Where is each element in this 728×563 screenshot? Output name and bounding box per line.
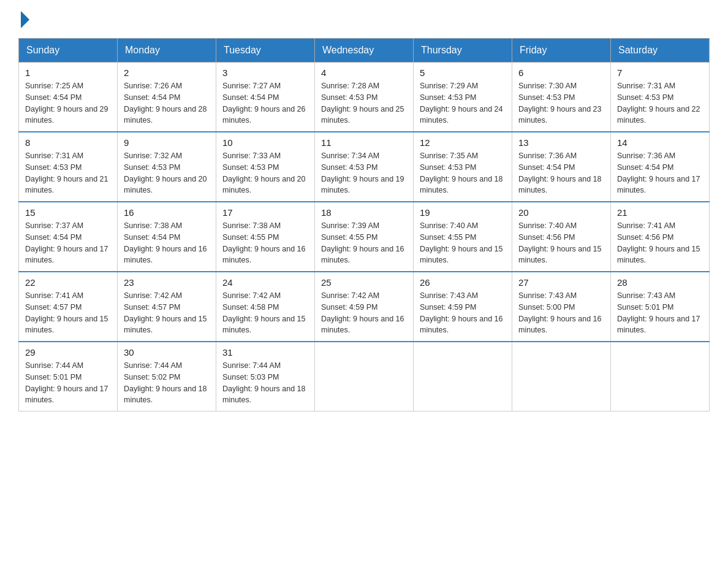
weekday-header-friday: Friday	[512, 39, 611, 63]
calendar-cell	[414, 342, 512, 412]
day-number: 13	[518, 137, 604, 148]
day-number: 30	[124, 347, 210, 358]
calendar-cell: 23 Sunrise: 7:42 AM Sunset: 4:57 PM Dayl…	[118, 272, 216, 342]
day-info: Sunrise: 7:34 AM Sunset: 4:53 PM Dayligh…	[321, 150, 407, 196]
calendar-cell: 12 Sunrise: 7:35 AM Sunset: 4:53 PM Dayl…	[414, 132, 512, 202]
day-info: Sunrise: 7:33 AM Sunset: 4:53 PM Dayligh…	[222, 150, 308, 196]
calendar-cell: 28 Sunrise: 7:43 AM Sunset: 5:01 PM Dayl…	[611, 272, 710, 342]
day-info: Sunrise: 7:40 AM Sunset: 4:56 PM Dayligh…	[518, 220, 604, 266]
calendar-cell: 29 Sunrise: 7:44 AM Sunset: 5:01 PM Dayl…	[19, 342, 118, 412]
calendar-week-row: 1 Sunrise: 7:25 AM Sunset: 4:54 PM Dayli…	[19, 63, 710, 132]
day-number: 8	[25, 137, 111, 148]
day-number: 28	[617, 277, 703, 288]
calendar-cell: 16 Sunrise: 7:38 AM Sunset: 4:54 PM Dayl…	[118, 202, 216, 272]
day-info: Sunrise: 7:38 AM Sunset: 4:55 PM Dayligh…	[222, 220, 308, 266]
day-info: Sunrise: 7:37 AM Sunset: 4:54 PM Dayligh…	[25, 220, 111, 266]
calendar-cell	[512, 342, 611, 412]
page-header	[18, 12, 710, 28]
day-info: Sunrise: 7:36 AM Sunset: 4:54 PM Dayligh…	[617, 150, 703, 196]
calendar-cell: 26 Sunrise: 7:43 AM Sunset: 4:59 PM Dayl…	[414, 272, 512, 342]
day-info: Sunrise: 7:42 AM Sunset: 4:58 PM Dayligh…	[222, 290, 308, 336]
day-number: 3	[222, 67, 308, 78]
weekday-header-saturday: Saturday	[611, 39, 710, 63]
day-info: Sunrise: 7:31 AM Sunset: 4:53 PM Dayligh…	[617, 80, 703, 126]
calendar-cell: 22 Sunrise: 7:41 AM Sunset: 4:57 PM Dayl…	[19, 272, 118, 342]
weekday-header-monday: Monday	[118, 39, 216, 63]
calendar-cell: 2 Sunrise: 7:26 AM Sunset: 4:54 PM Dayli…	[118, 63, 216, 132]
day-info: Sunrise: 7:40 AM Sunset: 4:55 PM Dayligh…	[420, 220, 506, 266]
calendar-cell: 6 Sunrise: 7:30 AM Sunset: 4:53 PM Dayli…	[512, 63, 611, 132]
day-number: 27	[518, 277, 604, 288]
day-number: 24	[222, 277, 308, 288]
day-info: Sunrise: 7:36 AM Sunset: 4:54 PM Dayligh…	[518, 150, 604, 196]
day-number: 16	[124, 207, 210, 218]
day-number: 26	[420, 277, 506, 288]
day-number: 6	[518, 67, 604, 78]
calendar-cell: 1 Sunrise: 7:25 AM Sunset: 4:54 PM Dayli…	[19, 63, 118, 132]
day-info: Sunrise: 7:26 AM Sunset: 4:54 PM Dayligh…	[124, 80, 210, 126]
calendar-cell: 11 Sunrise: 7:34 AM Sunset: 4:53 PM Dayl…	[315, 132, 414, 202]
day-number: 12	[420, 137, 506, 148]
calendar-week-row: 15 Sunrise: 7:37 AM Sunset: 4:54 PM Dayl…	[19, 202, 710, 272]
weekday-header-sunday: Sunday	[19, 39, 118, 63]
calendar-cell: 4 Sunrise: 7:28 AM Sunset: 4:53 PM Dayli…	[315, 63, 414, 132]
day-info: Sunrise: 7:39 AM Sunset: 4:55 PM Dayligh…	[321, 220, 407, 266]
day-number: 19	[420, 207, 506, 218]
day-number: 11	[321, 137, 407, 148]
day-number: 9	[124, 137, 210, 148]
day-number: 21	[617, 207, 703, 218]
calendar-cell: 25 Sunrise: 7:42 AM Sunset: 4:59 PM Dayl…	[315, 272, 414, 342]
calendar-week-row: 8 Sunrise: 7:31 AM Sunset: 4:53 PM Dayli…	[19, 132, 710, 202]
day-info: Sunrise: 7:38 AM Sunset: 4:54 PM Dayligh…	[124, 220, 210, 266]
day-info: Sunrise: 7:43 AM Sunset: 5:00 PM Dayligh…	[518, 290, 604, 336]
day-number: 23	[124, 277, 210, 288]
calendar-week-row: 22 Sunrise: 7:41 AM Sunset: 4:57 PM Dayl…	[19, 272, 710, 342]
day-info: Sunrise: 7:44 AM Sunset: 5:02 PM Dayligh…	[124, 360, 210, 406]
calendar-cell: 20 Sunrise: 7:40 AM Sunset: 4:56 PM Dayl…	[512, 202, 611, 272]
logo	[18, 12, 32, 28]
day-number: 10	[222, 137, 308, 148]
calendar-cell: 17 Sunrise: 7:38 AM Sunset: 4:55 PM Dayl…	[216, 202, 315, 272]
day-info: Sunrise: 7:41 AM Sunset: 4:56 PM Dayligh…	[617, 220, 703, 266]
day-info: Sunrise: 7:29 AM Sunset: 4:53 PM Dayligh…	[420, 80, 506, 126]
calendar-cell: 5 Sunrise: 7:29 AM Sunset: 4:53 PM Dayli…	[414, 63, 512, 132]
day-number: 20	[518, 207, 604, 218]
day-info: Sunrise: 7:42 AM Sunset: 4:57 PM Dayligh…	[124, 290, 210, 336]
calendar-cell: 19 Sunrise: 7:40 AM Sunset: 4:55 PM Dayl…	[414, 202, 512, 272]
logo-arrow-icon	[21, 11, 29, 28]
calendar-cell: 27 Sunrise: 7:43 AM Sunset: 5:00 PM Dayl…	[512, 272, 611, 342]
day-info: Sunrise: 7:43 AM Sunset: 5:01 PM Dayligh…	[617, 290, 703, 336]
calendar-cell: 24 Sunrise: 7:42 AM Sunset: 4:58 PM Dayl…	[216, 272, 315, 342]
day-info: Sunrise: 7:44 AM Sunset: 5:01 PM Dayligh…	[25, 360, 111, 406]
calendar-week-row: 29 Sunrise: 7:44 AM Sunset: 5:01 PM Dayl…	[19, 342, 710, 412]
calendar-cell: 18 Sunrise: 7:39 AM Sunset: 4:55 PM Dayl…	[315, 202, 414, 272]
calendar-cell: 14 Sunrise: 7:36 AM Sunset: 4:54 PM Dayl…	[611, 132, 710, 202]
calendar-cell: 7 Sunrise: 7:31 AM Sunset: 4:53 PM Dayli…	[611, 63, 710, 132]
weekday-header-tuesday: Tuesday	[216, 39, 315, 63]
day-info: Sunrise: 7:44 AM Sunset: 5:03 PM Dayligh…	[222, 360, 308, 406]
day-info: Sunrise: 7:25 AM Sunset: 4:54 PM Dayligh…	[25, 80, 111, 126]
day-info: Sunrise: 7:35 AM Sunset: 4:53 PM Dayligh…	[420, 150, 506, 196]
calendar-cell: 10 Sunrise: 7:33 AM Sunset: 4:53 PM Dayl…	[216, 132, 315, 202]
weekday-header-wednesday: Wednesday	[315, 39, 414, 63]
day-info: Sunrise: 7:41 AM Sunset: 4:57 PM Dayligh…	[25, 290, 111, 336]
day-number: 18	[321, 207, 407, 218]
day-number: 7	[617, 67, 703, 78]
calendar-cell: 21 Sunrise: 7:41 AM Sunset: 4:56 PM Dayl…	[611, 202, 710, 272]
calendar-table: SundayMondayTuesdayWednesdayThursdayFrid…	[18, 38, 710, 412]
day-number: 14	[617, 137, 703, 148]
day-info: Sunrise: 7:27 AM Sunset: 4:54 PM Dayligh…	[222, 80, 308, 126]
day-info: Sunrise: 7:28 AM Sunset: 4:53 PM Dayligh…	[321, 80, 407, 126]
calendar-cell: 9 Sunrise: 7:32 AM Sunset: 4:53 PM Dayli…	[118, 132, 216, 202]
calendar-cell	[611, 342, 710, 412]
weekday-header-thursday: Thursday	[414, 39, 512, 63]
weekday-header-row: SundayMondayTuesdayWednesdayThursdayFrid…	[19, 39, 710, 63]
day-number: 2	[124, 67, 210, 78]
day-number: 22	[25, 277, 111, 288]
day-info: Sunrise: 7:31 AM Sunset: 4:53 PM Dayligh…	[25, 150, 111, 196]
day-number: 5	[420, 67, 506, 78]
day-number: 29	[25, 347, 111, 358]
day-info: Sunrise: 7:30 AM Sunset: 4:53 PM Dayligh…	[518, 80, 604, 126]
day-number: 25	[321, 277, 407, 288]
calendar-cell: 8 Sunrise: 7:31 AM Sunset: 4:53 PM Dayli…	[19, 132, 118, 202]
